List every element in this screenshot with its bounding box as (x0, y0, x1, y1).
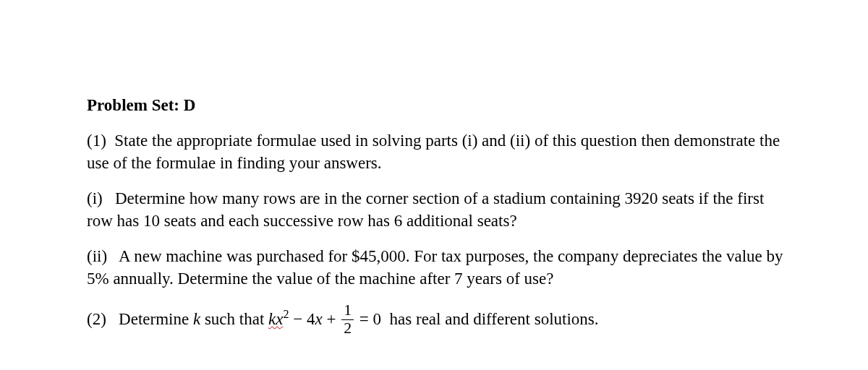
question-1-part-ii: (ii) A new machine was purchased for $45… (87, 245, 788, 290)
fraction-one-half: 12 (341, 303, 354, 337)
q2-mid: such that (200, 310, 268, 328)
problem-set-page: Problem Set: D (1) State the appropriate… (0, 0, 868, 365)
question-2: (2) Determine k such that kx2 − 4x + 12 … (87, 303, 788, 337)
q2-plus: + (323, 310, 340, 328)
q1-intro-text: State the appropriate formulae used in s… (87, 132, 780, 172)
q2-number: (2) (87, 310, 106, 328)
q1-number: (1) (87, 132, 106, 150)
q1i-text: Determine how many rows are in the corne… (87, 189, 764, 230)
q2-tail: has real and different solutions. (386, 310, 599, 328)
question-1-part-i: (i) Determine how many rows are in the c… (87, 187, 788, 232)
q2-sq: 2 (283, 309, 289, 321)
q2-minus: − 4 (289, 310, 315, 328)
q1ii-number: (ii) (87, 247, 107, 265)
page-title: Problem Set: D (87, 94, 788, 116)
q2-x: x (315, 310, 322, 328)
q1ii-text: A new machine was purchased for $45,000.… (87, 247, 783, 288)
question-1-intro: (1) State the appropriate formulae used … (87, 129, 788, 174)
fraction-numerator: 1 (341, 303, 354, 320)
q2-kx: kx (268, 310, 283, 328)
q1i-number: (i) (87, 189, 103, 207)
q2-eq: = 0 (355, 310, 381, 328)
fraction-denominator: 2 (341, 320, 354, 337)
q2-lead: Determine (119, 310, 193, 328)
q2-k: k (193, 310, 200, 328)
